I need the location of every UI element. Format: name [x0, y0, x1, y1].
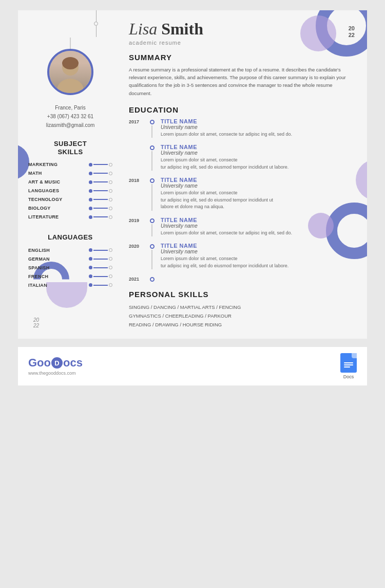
edu-title-3: TITLE NAME	[161, 177, 355, 183]
sidebar: France, Paris +38 (067) 423 32 61 lizasm…	[18, 10, 121, 339]
subject-skills-list: MARKETING MATH	[28, 162, 112, 223]
skill-row-marketing: MARKETING	[28, 162, 112, 167]
lang-line	[93, 259, 108, 260]
hanging-ornament	[94, 10, 98, 37]
edu-university-3: University name	[161, 183, 355, 189]
lang-line	[93, 276, 108, 277]
skill-dot-filled	[89, 163, 92, 167]
lang-row-french: FRENCH	[28, 274, 112, 279]
name-display: Lisa Smith	[129, 20, 203, 39]
contact-info: France, Paris +38 (067) 423 32 61 lizasm…	[46, 103, 95, 130]
skill-label-languages: LANGUAGES	[28, 188, 67, 193]
docs-line-3	[344, 366, 350, 368]
timeline-year-1: 2017	[129, 118, 147, 138]
education-title: EDUCATION	[129, 105, 355, 114]
timeline-dot-2	[150, 145, 155, 150]
timeline-vert-line-4	[151, 224, 152, 237]
edu-title-1: TITLE NAME	[161, 118, 355, 124]
skill-label-math: MATH	[28, 171, 67, 176]
name-first: Lisa	[129, 20, 157, 39]
svg-point-1	[57, 79, 84, 94]
lang-dot-empty	[109, 257, 112, 261]
lang-label-english: ENGLISH	[28, 248, 56, 253]
edu-content-2: TITLE NAME University name Lorem ipsum d…	[161, 144, 355, 171]
edu-university-4: University name	[161, 223, 355, 229]
footer-brand: Goo D ocs www.thegooddocs.com	[28, 356, 83, 376]
personal-skills-line1: SINGING / DANCING / MARTIAL ARTS / FENCI…	[129, 303, 355, 311]
skill-dot-filled	[89, 207, 92, 210]
lang-label-german: GERMAN	[28, 256, 56, 262]
skill-dot-filled	[89, 172, 92, 175]
skill-line	[93, 181, 108, 182]
lang-line	[93, 250, 108, 251]
education-section: EDUCATION 2017 TITLE NAME University	[129, 105, 355, 282]
timeline-line-col-5	[147, 243, 157, 269]
timeline-item-2: TITLE NAME University name Lorem ipsum d…	[129, 144, 355, 171]
skill-line	[93, 173, 108, 174]
footer-logo: Goo D ocs	[28, 356, 83, 370]
timeline-item-1: 2017 TITLE NAME University name Lorem ip…	[129, 118, 355, 138]
lang-line	[93, 285, 108, 286]
skill-label-literature: LITERATURE	[28, 214, 67, 219]
lang-dot-filled	[89, 283, 92, 287]
timeline-line-col-4	[147, 217, 157, 237]
lang-line	[93, 267, 108, 268]
edu-title-4: TITLE NAME	[161, 217, 355, 223]
edu-title-5: TITLE NAME	[161, 243, 355, 249]
edu-content-4: TITLE NAME University name Lorem ipsum d…	[161, 217, 355, 237]
lang-bar-spanish	[89, 266, 112, 269]
lang-row-italian: ITALIAN	[28, 283, 112, 288]
lang-dot-empty	[109, 283, 112, 287]
timeline-year-2	[129, 144, 147, 171]
timeline-year-3: 2018	[129, 177, 147, 211]
subtitle: academic resume	[129, 40, 355, 46]
docs-line-1	[344, 362, 353, 363]
skill-row-biology: BIOLOGY	[28, 206, 112, 211]
timeline-dot-6	[150, 277, 155, 282]
skill-dot-filled	[89, 180, 92, 184]
lang-label-italian: ITALIAN	[28, 283, 56, 288]
timeline-vert-line-1	[151, 125, 152, 138]
lang-bar-german	[89, 257, 112, 261]
skill-dot-filled	[89, 215, 92, 219]
timeline-item-5: 2020 TITLE NAME University name Lorem ip…	[129, 243, 355, 269]
personal-skills-line2: GYMNASTICS / CHEERLEADING / PARKOUR	[129, 311, 355, 320]
personal-skills-text: SINGING / DANCING / MARTIAL ARTS / FENCI…	[129, 303, 355, 329]
skill-bar-technology	[89, 198, 112, 201]
skill-label-marketing: MARKETING	[28, 162, 67, 167]
skill-row-math: MATH	[28, 171, 112, 176]
skill-bar-languages	[89, 189, 112, 193]
timeline-vert-line-5	[151, 250, 152, 269]
logo-ocs: ocs	[63, 356, 83, 370]
name-row: Lisa Smith 2022	[129, 20, 355, 39]
edu-desc-1: Lorem ipsum dolor sit amet, consecte tur…	[161, 131, 355, 138]
edu-title-2: TITLE NAME	[161, 144, 355, 150]
skill-dot-empty	[109, 180, 112, 184]
skill-row-literature: LITERATURE	[28, 214, 112, 219]
subject-skills-title: SUBJECTSKILLS	[54, 140, 87, 156]
main-content: Lisa Smith 2022 academic resume SUMMARY …	[121, 10, 367, 339]
name-last: Smith	[161, 20, 203, 39]
skill-dot-empty	[109, 198, 112, 201]
timeline-line-col-1	[147, 118, 157, 138]
edu-content-3: TITLE NAME University name Lorem ipsum d…	[161, 177, 355, 211]
skill-bar-math	[89, 172, 112, 175]
timeline-year-4: 2019	[129, 217, 147, 237]
edu-desc-2: Lorem ipsum dolor sit amet, consectetur …	[161, 157, 355, 171]
resume-content: France, Paris +38 (067) 423 32 61 lizasm…	[18, 10, 367, 339]
avatar-ring	[47, 49, 93, 95]
timeline: 2017 TITLE NAME University name Lorem ip…	[129, 118, 355, 282]
edu-desc-4: Lorem ipsum dolor sit amet, consecte tur…	[161, 230, 355, 237]
lang-dot-filled	[89, 248, 92, 252]
skill-dot-filled	[89, 198, 92, 201]
edu-content-6	[161, 275, 355, 282]
lang-bar-french	[89, 274, 112, 278]
edu-desc-5: Lorem ipsum dolor sit amet, consectetur …	[161, 255, 355, 269]
personal-skills-line3: READING / DRAWING / HOURSE RIDING	[129, 320, 355, 329]
lang-dot-empty	[109, 274, 112, 278]
skill-dot-empty	[109, 172, 112, 175]
timeline-item-4: 2019 TITLE NAME University name Lorem ip…	[129, 217, 355, 237]
edu-content-1: TITLE NAME University name Lorem ipsum d…	[161, 118, 355, 138]
personal-skills-title: PERSONAL SKILLS	[129, 290, 355, 299]
edu-university-2: University name	[161, 150, 355, 156]
